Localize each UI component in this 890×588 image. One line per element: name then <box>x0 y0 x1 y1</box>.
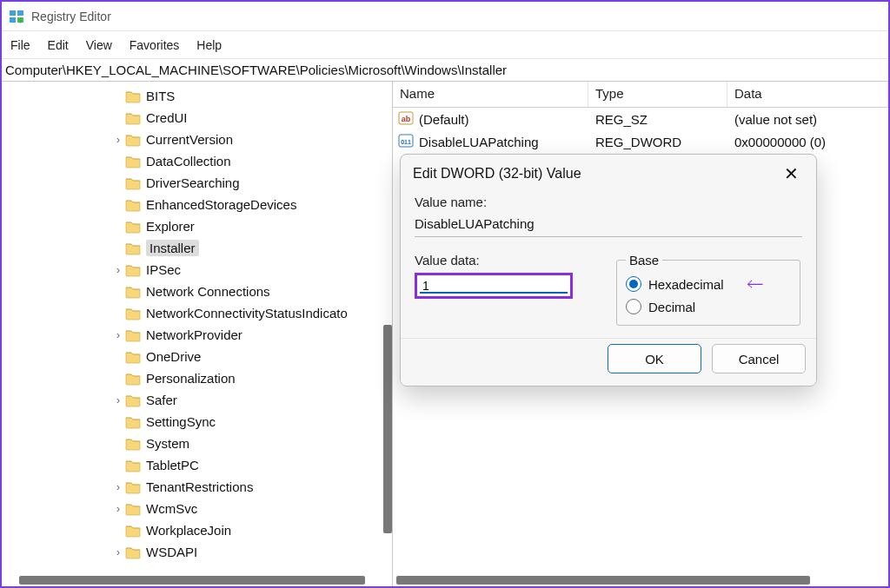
tree-item[interactable]: CredUI <box>2 107 392 129</box>
chevron-right-icon[interactable] <box>111 155 125 168</box>
header-type[interactable]: Type <box>588 82 727 107</box>
radio-hexadecimal-label[interactable]: Hexadecimal <box>648 277 724 292</box>
radio-hexadecimal[interactable] <box>626 276 641 292</box>
chevron-right-icon[interactable]: › <box>111 545 125 559</box>
tree-item[interactable]: ›NetworkProvider <box>2 324 392 346</box>
folder-icon <box>125 415 141 429</box>
cancel-button[interactable]: Cancel <box>712 344 806 373</box>
chevron-right-icon[interactable] <box>111 285 125 299</box>
tree-item[interactable]: ›WSDAPI <box>2 541 392 563</box>
tree-item-label: DataCollection <box>146 154 231 168</box>
tree-item[interactable]: DriverSearching <box>2 172 392 194</box>
chevron-right-icon[interactable]: › <box>111 393 125 407</box>
svg-rect-0 <box>10 10 16 16</box>
tree-item[interactable]: Explorer <box>2 215 392 237</box>
chevron-right-icon[interactable]: › <box>111 133 125 147</box>
value-name-label: Value name: <box>415 195 802 209</box>
folder-icon <box>125 155 141 168</box>
folder-icon <box>125 480 141 494</box>
tree-item[interactable]: TabletPC <box>2 454 392 476</box>
folder-icon <box>125 524 141 538</box>
chevron-right-icon[interactable] <box>111 415 125 429</box>
chevron-right-icon[interactable] <box>111 89 125 103</box>
folder-icon <box>125 307 141 320</box>
tree-item-label: System <box>146 436 189 451</box>
folder-icon <box>125 328 141 342</box>
header-name[interactable]: Name <box>393 82 588 107</box>
tree-item-label: OneDrive <box>146 349 201 364</box>
tree-item[interactable]: ›CurrentVersion <box>2 129 392 150</box>
chevron-right-icon[interactable] <box>111 372 125 386</box>
tree-horizontal-scroll-track <box>2 572 392 586</box>
tree-item[interactable]: OneDrive <box>2 346 392 367</box>
value-data-label: Value data: <box>415 253 597 268</box>
value-data-input[interactable] <box>417 277 570 294</box>
chevron-right-icon[interactable] <box>111 307 125 320</box>
chevron-right-icon[interactable] <box>111 198 125 212</box>
radio-decimal-label[interactable]: Decimal <box>648 300 695 314</box>
menu-view[interactable]: View <box>86 38 112 52</box>
tree-item[interactable]: WorkplaceJoin <box>2 519 392 541</box>
chevron-right-icon[interactable] <box>111 220 125 234</box>
chevron-right-icon[interactable]: › <box>111 328 125 342</box>
folder-icon <box>125 89 141 103</box>
tree-item-label: BITS <box>146 89 175 103</box>
chevron-right-icon[interactable] <box>111 437 125 451</box>
tree-item[interactable]: DataCollection <box>2 150 392 172</box>
folder-icon <box>125 220 141 234</box>
value-type-cell: REG_DWORD <box>588 135 727 149</box>
tree-item[interactable]: BITS <box>2 85 392 107</box>
chevron-right-icon[interactable] <box>111 524 125 538</box>
tree-list[interactable]: BITSCredUI›CurrentVersionDataCollectionD… <box>2 82 392 572</box>
tree-item[interactable]: EnhancedStorageDevices <box>2 194 392 215</box>
close-icon[interactable]: ✕ <box>779 163 804 184</box>
menu-edit[interactable]: Edit <box>48 38 69 52</box>
chevron-right-icon[interactable] <box>111 241 125 255</box>
tree-item[interactable]: ›TenantRestrictions <box>2 476 392 498</box>
tree-item-label: CurrentVersion <box>146 132 233 147</box>
tree-vertical-scrollbar[interactable] <box>383 325 392 533</box>
reg-string-icon: ab <box>398 110 414 129</box>
tree-item[interactable]: SettingSync <box>2 411 392 433</box>
tree-pane: BITSCredUI›CurrentVersionDataCollectionD… <box>2 82 393 586</box>
tree-item-label: Explorer <box>146 219 195 234</box>
ok-button[interactable]: OK <box>608 344 701 373</box>
tree-item[interactable]: ›IPSec <box>2 259 392 281</box>
chevron-right-icon[interactable]: › <box>111 480 125 494</box>
base-group: Base Hexadecimal 🡐 Decimal <box>616 253 800 326</box>
header-data[interactable]: Data <box>727 82 888 107</box>
edit-dword-dialog: Edit DWORD (32-bit) Value ✕ Value name: … <box>400 154 817 386</box>
tree-item[interactable]: NetworkConnectivityStatusIndicato <box>2 302 392 324</box>
chevron-right-icon[interactable] <box>111 350 125 364</box>
folder-icon <box>125 502 141 516</box>
dialog-title-bar: Edit DWORD (32-bit) Value ✕ <box>401 155 816 191</box>
menu-favorites[interactable]: Favorites <box>130 38 180 52</box>
value-data-cell: 0x00000000 (0) <box>727 135 888 149</box>
base-legend: Base <box>626 253 662 268</box>
tree-horizontal-scrollbar[interactable] <box>19 576 365 585</box>
table-row[interactable]: ab(Default)REG_SZ(value not set) <box>393 108 888 130</box>
menu-help[interactable]: Help <box>196 38 222 52</box>
folder-icon <box>125 133 141 147</box>
svg-rect-2 <box>10 17 16 23</box>
tree-item[interactable]: ›WcmSvc <box>2 498 392 519</box>
chevron-right-icon[interactable]: › <box>111 263 125 277</box>
values-horizontal-scrollbar[interactable] <box>396 576 810 585</box>
table-row[interactable]: 011DisableLUAPatchingREG_DWORD0x00000000… <box>393 130 888 153</box>
svg-text:011: 011 <box>401 139 411 145</box>
tree-item[interactable]: Installer <box>2 237 392 259</box>
tree-item-label: NetworkConnectivityStatusIndicato <box>146 306 348 320</box>
tree-item[interactable]: ›Safer <box>2 389 392 411</box>
radio-decimal[interactable] <box>626 299 641 314</box>
tree-item[interactable]: Network Connections <box>2 281 392 302</box>
address-bar[interactable]: Computer\HKEY_LOCAL_MACHINE\SOFTWARE\Pol… <box>2 59 888 82</box>
tree-item[interactable]: Personalization <box>2 367 392 389</box>
chevron-right-icon[interactable] <box>111 176 125 190</box>
chevron-right-icon[interactable] <box>111 111 125 125</box>
tree-item[interactable]: System <box>2 433 392 454</box>
chevron-right-icon[interactable] <box>111 459 125 472</box>
menu-file[interactable]: File <box>10 38 30 52</box>
chevron-right-icon[interactable]: › <box>111 502 125 516</box>
folder-icon <box>125 437 141 451</box>
tree-item-label: IPSec <box>146 262 181 277</box>
